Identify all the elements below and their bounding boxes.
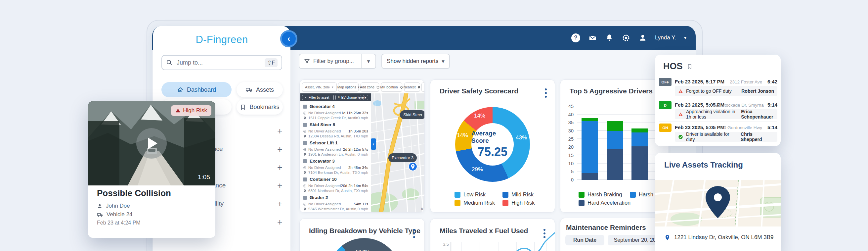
sort-label: EV charge level: [341, 96, 365, 99]
asset-name: Container 10: [310, 177, 337, 182]
account-person-icon[interactable]: [639, 33, 647, 42]
my-location-button[interactable]: My location: [381, 82, 402, 92]
nav-item-expand-button[interactable]: +: [275, 181, 284, 191]
filter-by-asset-label: Filter by asset: [309, 96, 329, 99]
live-map[interactable]: [655, 180, 781, 226]
asset-checkbox[interactable]: [303, 159, 307, 163]
card-title: Maintenance Reminders: [566, 224, 646, 231]
tracked-address-row: 1221 Lindsay Dr, Oakville, ON L6M 3B9: [664, 234, 773, 241]
blue-pin-icon[interactable]: [408, 162, 417, 171]
funnel-icon: [304, 96, 307, 99]
nav-item-expand-button[interactable]: +: [275, 126, 284, 136]
event-video-thumbnail[interactable]: High Risk 1:05: [88, 101, 215, 186]
jump-to-input[interactable]: [176, 59, 261, 66]
legend-swatch: [630, 192, 636, 198]
high-risk-label: High Risk: [183, 107, 207, 114]
legend-label: Mild Risk: [512, 191, 533, 198]
map-pane[interactable]: Skid Steer Excavator 3 ‹ K: [371, 93, 425, 212]
asset-row[interactable]: Skid Steer 8 No Driver Assigned 1h 35m 2…: [300, 120, 371, 139]
asset-row[interactable]: Container 10 No Driver Assigned 20d 2h 1…: [300, 175, 371, 194]
tracked-address: 1221 Lindsay Dr, Oakville, ON L6M 3B9: [674, 234, 773, 241]
sidebar-tab-assets[interactable]: Assets: [237, 82, 283, 97]
asset-checkbox[interactable]: [303, 105, 307, 109]
nav-item-expand-button[interactable]: +: [275, 217, 284, 227]
driver-safety-scorecard-card: Driver Safety Scorecard Average Score 75…: [430, 80, 555, 213]
map-marker-skid-steer[interactable]: Skid Steer: [400, 110, 425, 119]
nav-item-expand-button[interactable]: +: [275, 199, 284, 209]
asset-driver: No Driver Assigned: [308, 147, 341, 151]
event-timestamp-row: Feb 23 at 4:24 PM: [97, 220, 141, 226]
search-caret-icon[interactable]: ▾: [332, 85, 334, 89]
jump-to-search[interactable]: ⇧F: [161, 55, 282, 70]
bookmark-icon[interactable]: [687, 63, 693, 69]
nav-item-expand-button[interactable]: +: [275, 163, 284, 173]
run-date-header[interactable]: Run Date: [565, 235, 604, 245]
settings-gear-icon[interactable]: [622, 33, 630, 43]
sidebar-tab-bookmarks[interactable]: Bookmarks: [237, 99, 283, 115]
user-menu-caret-icon[interactable]: ▾: [684, 35, 686, 40]
map-options-button[interactable]: Map options ▾: [338, 82, 359, 92]
map-more-button[interactable]: ⋯: [422, 82, 425, 92]
asset-driver: No Driver Assigned: [308, 166, 341, 170]
play-button[interactable]: [136, 128, 167, 159]
possible-collision-card[interactable]: High Risk 1:05 Possible Collision John D…: [88, 101, 215, 238]
sidebar-collapse-button[interactable]: ‹: [280, 30, 298, 47]
stacked-bar: [582, 118, 598, 180]
maintenance-reminders-card: Maintenance Reminders Run Date September…: [560, 218, 669, 251]
notifications-bell-icon[interactable]: [605, 33, 614, 42]
steering-wheel-icon: [303, 111, 307, 115]
map-list-collapse-button[interactable]: ‹: [371, 138, 376, 150]
stacked-bar-plot: [577, 106, 666, 180]
duty-status-badge: ON: [659, 123, 672, 132]
sidebar-tab-dashboard[interactable]: Dashboard: [161, 82, 231, 97]
filter-by-asset-button[interactable]: Filter by asset: [302, 95, 334, 100]
hos-status-text: Approaching violation in 1h or less: [686, 109, 738, 119]
asset-checkbox[interactable]: [303, 177, 307, 182]
asset-checkbox[interactable]: [303, 141, 307, 145]
hos-status-text: Forgot to go OFF duty: [686, 88, 732, 94]
average-score-value: 75.25: [478, 145, 507, 159]
legend-swatch: [455, 192, 461, 198]
asset-row[interactable]: Generator 4 No Driver Assigned 1d 11h 26…: [300, 102, 371, 121]
legend-swatch: [579, 192, 585, 198]
steering-wheel-icon: [303, 202, 307, 206]
filter-by-group-caret[interactable]: ▾: [361, 54, 375, 68]
asset-checkbox[interactable]: [303, 196, 307, 200]
pin-icon: [303, 189, 307, 193]
slice-value-label: 29%: [472, 166, 483, 173]
nearest-button[interactable]: Nearest: [404, 82, 420, 92]
map-search-input[interactable]: ▾: [302, 82, 337, 92]
legend-item: Harsh Braking: [579, 191, 622, 198]
show-hidden-reports-button[interactable]: Show hidden reports ▾: [381, 54, 450, 69]
bookmarks-label: Bookmarks: [249, 104, 279, 111]
mail-icon[interactable]: [588, 33, 597, 43]
asset-row[interactable]: Grader 2 No Driver Assigned 54m 11s 5345…: [300, 193, 371, 212]
asset-row[interactable]: Scissor Lift 1 No Driver Assigned 2d 2h …: [300, 139, 371, 157]
sort-caret-button[interactable]: ▾: [363, 95, 368, 100]
legend-label: Harsh Braking: [588, 191, 622, 198]
help-icon[interactable]: ?: [571, 33, 580, 43]
warning-icon: [678, 89, 683, 94]
asset-duration: 1d 11h 26m 32s: [341, 111, 368, 115]
segment-harsh-cornering: [631, 133, 648, 146]
nav-item-expand-button[interactable]: +: [275, 144, 284, 155]
my-location-label: My location: [380, 85, 398, 89]
stacked-bar: [607, 121, 623, 180]
filter-by-group-dropdown[interactable]: Filter by group... ▾: [299, 54, 376, 69]
sort-ev-charge-button[interactable]: ⇅ EV charge level: [335, 95, 361, 100]
asset-checkbox[interactable]: [303, 123, 307, 127]
map-marker-excavator[interactable]: Excavator 3: [389, 153, 417, 162]
asset-row[interactable]: Excavator 3 No Driver Assigned 2h 45m 34…: [300, 157, 371, 175]
card-menu-kebab-icon[interactable]: [412, 227, 416, 240]
legend-swatch: [455, 200, 461, 206]
asset-address: 1511 Cripple Creek Dr, Austin, TX 78758,…: [308, 116, 358, 120]
asset-name: Scissor Lift 1: [310, 140, 338, 145]
asset-search-field[interactable]: [304, 85, 330, 89]
hos-status-row: Driver is available for duty Chris Shepp…: [675, 132, 777, 142]
user-name[interactable]: Lynda Y.: [655, 34, 676, 41]
filter-by-group-main[interactable]: Filter by group...: [299, 54, 361, 68]
card-menu-kebab-icon[interactable]: [544, 87, 548, 99]
truck-icon: [97, 212, 103, 218]
add-zone-button[interactable]: Add zone: [361, 82, 379, 92]
map-attribution: K: [421, 207, 424, 211]
